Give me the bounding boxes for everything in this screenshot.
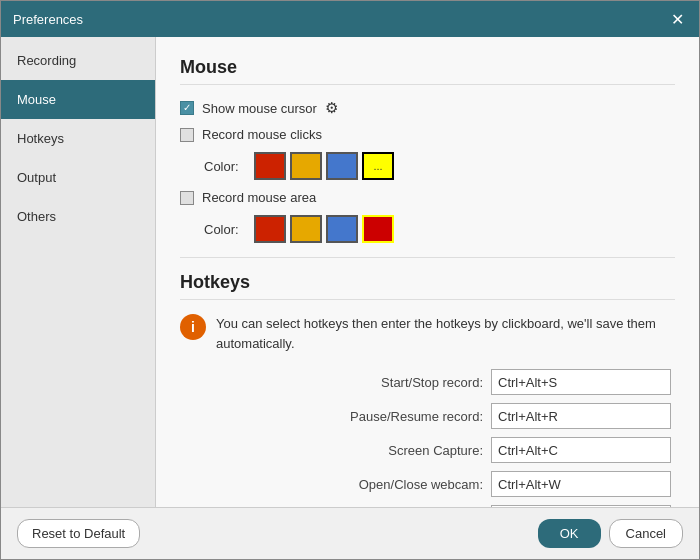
hotkey-input-webcam[interactable] bbox=[491, 471, 671, 497]
sidebar-item-mouse[interactable]: Mouse bbox=[1, 80, 155, 119]
info-icon: i bbox=[180, 314, 206, 340]
gear-icon[interactable]: ⚙ bbox=[325, 99, 338, 117]
clicks-color-red[interactable] bbox=[254, 152, 286, 180]
clicks-color-row: Color: ... bbox=[204, 152, 675, 180]
mouse-section: Mouse Show mouse cursor ⚙ Record mouse c… bbox=[180, 57, 675, 243]
hotkey-row-start-stop: Start/Stop record: bbox=[180, 369, 675, 395]
mouse-section-title: Mouse bbox=[180, 57, 675, 85]
sidebar-item-output[interactable]: Output bbox=[1, 158, 155, 197]
ok-button[interactable]: OK bbox=[538, 519, 601, 548]
section-divider bbox=[180, 257, 675, 258]
preferences-dialog: Preferences ✕ Recording Mouse Hotkeys Ou… bbox=[0, 0, 700, 560]
area-color-red[interactable] bbox=[254, 215, 286, 243]
record-area-row: Record mouse area bbox=[180, 190, 675, 205]
hotkey-label-webcam: Open/Close webcam: bbox=[303, 477, 483, 492]
area-color-selected[interactable] bbox=[362, 215, 394, 243]
area-color-label: Color: bbox=[204, 222, 244, 237]
area-color-row: Color: bbox=[204, 215, 675, 243]
clicks-color-blue[interactable] bbox=[326, 152, 358, 180]
hotkeys-section: Hotkeys i You can select hotkeys then en… bbox=[180, 272, 675, 507]
hotkey-row-webcam: Open/Close webcam: bbox=[180, 471, 675, 497]
hotkeys-section-title: Hotkeys bbox=[180, 272, 675, 300]
hotkey-row-pause-resume: Pause/Resume record: bbox=[180, 403, 675, 429]
record-clicks-checkbox[interactable] bbox=[180, 128, 194, 142]
clicks-color-yellow[interactable] bbox=[290, 152, 322, 180]
sidebar: Recording Mouse Hotkeys Output Others bbox=[1, 37, 156, 507]
hotkey-input-start-stop[interactable] bbox=[491, 369, 671, 395]
dialog-title: Preferences bbox=[13, 12, 83, 27]
dialog-footer: Reset to Default OK Cancel bbox=[1, 507, 699, 559]
hotkeys-info-box: i You can select hotkeys then enter the … bbox=[180, 314, 675, 353]
close-button[interactable]: ✕ bbox=[667, 9, 687, 29]
clicks-color-more[interactable]: ... bbox=[362, 152, 394, 180]
hotkey-label-pause-resume: Pause/Resume record: bbox=[303, 409, 483, 424]
title-bar: Preferences ✕ bbox=[1, 1, 699, 37]
hotkey-input-screen-capture[interactable] bbox=[491, 437, 671, 463]
area-color-blue[interactable] bbox=[326, 215, 358, 243]
show-cursor-label: Show mouse cursor bbox=[202, 101, 317, 116]
footer-buttons: OK Cancel bbox=[538, 519, 683, 548]
cancel-button[interactable]: Cancel bbox=[609, 519, 683, 548]
record-area-checkbox[interactable] bbox=[180, 191, 194, 205]
record-clicks-row: Record mouse clicks bbox=[180, 127, 675, 142]
area-color-yellow[interactable] bbox=[290, 215, 322, 243]
record-clicks-label: Record mouse clicks bbox=[202, 127, 322, 142]
sidebar-item-others[interactable]: Others bbox=[1, 197, 155, 236]
sidebar-item-recording[interactable]: Recording bbox=[1, 41, 155, 80]
record-area-label: Record mouse area bbox=[202, 190, 316, 205]
hotkey-label-screen-capture: Screen Capture: bbox=[303, 443, 483, 458]
show-cursor-row: Show mouse cursor ⚙ bbox=[180, 99, 675, 117]
main-content: Mouse Show mouse cursor ⚙ Record mouse c… bbox=[156, 37, 699, 507]
hotkeys-info-text: You can select hotkeys then enter the ho… bbox=[216, 314, 675, 353]
dialog-body: Recording Mouse Hotkeys Output Others Mo… bbox=[1, 37, 699, 507]
clicks-color-label: Color: bbox=[204, 159, 244, 174]
show-cursor-checkbox[interactable] bbox=[180, 101, 194, 115]
hotkey-label-start-stop: Start/Stop record: bbox=[303, 375, 483, 390]
hotkey-row-screen-capture: Screen Capture: bbox=[180, 437, 675, 463]
sidebar-item-hotkeys[interactable]: Hotkeys bbox=[1, 119, 155, 158]
reset-button[interactable]: Reset to Default bbox=[17, 519, 140, 548]
hotkey-input-pause-resume[interactable] bbox=[491, 403, 671, 429]
